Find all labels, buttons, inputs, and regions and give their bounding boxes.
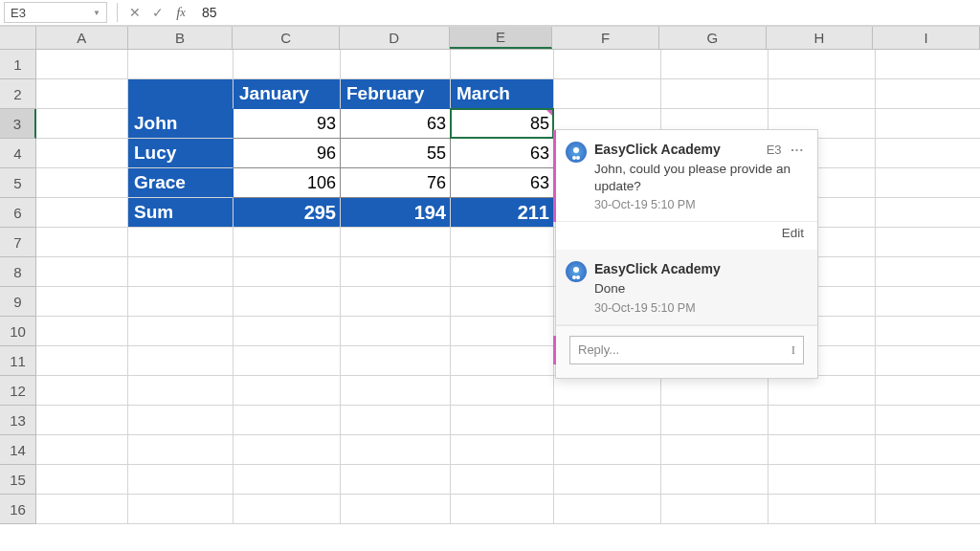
row-header-12[interactable]: 12 — [0, 376, 36, 406]
cell[interactable] — [876, 168, 980, 198]
cell[interactable] — [768, 406, 876, 435]
cell[interactable] — [234, 465, 341, 495]
cell[interactable] — [341, 287, 451, 317]
fx-icon[interactable]: fx — [169, 5, 192, 21]
cell[interactable] — [36, 50, 128, 79]
cell[interactable] — [341, 495, 451, 524]
cell[interactable] — [36, 465, 128, 495]
cell[interactable] — [554, 406, 661, 435]
cell[interactable] — [128, 287, 234, 317]
row-header-7[interactable]: 7 — [0, 228, 36, 257]
table-col-header[interactable]: January — [234, 79, 341, 109]
cell[interactable] — [234, 406, 341, 435]
row-header-3[interactable]: 3 — [0, 109, 36, 139]
cell[interactable] — [36, 406, 128, 435]
cell[interactable] — [768, 79, 876, 109]
cell[interactable] — [451, 495, 554, 524]
table-cell[interactable]: 106 — [234, 168, 341, 198]
cell[interactable] — [451, 435, 554, 465]
cell[interactable] — [876, 228, 980, 257]
column-header-G[interactable]: G — [659, 27, 767, 49]
table-corner[interactable] — [128, 79, 234, 109]
row-header-11[interactable]: 11 — [0, 346, 36, 376]
cell[interactable] — [876, 198, 980, 228]
cell[interactable] — [554, 376, 661, 406]
name-box[interactable]: E3 ▼ — [4, 2, 107, 23]
comment-indicator-icon[interactable] — [546, 109, 553, 117]
cell[interactable] — [341, 435, 451, 465]
cell[interactable] — [341, 228, 451, 257]
table-cell[interactable]: 85 — [451, 109, 554, 139]
cell[interactable] — [234, 317, 341, 346]
cell[interactable] — [36, 139, 128, 168]
column-header-D[interactable]: D — [340, 27, 450, 49]
row-header-16[interactable]: 16 — [0, 495, 36, 524]
cell[interactable] — [234, 346, 341, 376]
cell[interactable] — [876, 79, 980, 109]
cell[interactable] — [36, 495, 128, 524]
cell[interactable] — [234, 50, 341, 79]
cell[interactable] — [128, 406, 234, 435]
table-row-label[interactable]: Lucy — [128, 139, 234, 168]
cell[interactable] — [341, 406, 451, 435]
table-cell[interactable]: 76 — [341, 168, 451, 198]
table-cell[interactable]: 63 — [341, 109, 451, 139]
column-header-C[interactable]: C — [233, 27, 340, 49]
cell[interactable] — [36, 198, 128, 228]
cell[interactable] — [128, 376, 234, 406]
enter-icon[interactable]: ✓ — [146, 5, 169, 20]
row-header-5[interactable]: 5 — [0, 168, 36, 198]
cell[interactable] — [876, 495, 980, 524]
cell[interactable] — [234, 287, 341, 317]
cell[interactable] — [451, 346, 554, 376]
cell[interactable] — [451, 376, 554, 406]
row-header-4[interactable]: 4 — [0, 139, 36, 168]
reply-input[interactable]: Reply... I — [569, 336, 804, 364]
cell[interactable] — [768, 435, 876, 465]
cell[interactable] — [36, 346, 128, 376]
column-header-E[interactable]: E — [450, 27, 553, 49]
cell[interactable] — [128, 228, 234, 257]
cancel-icon[interactable]: ✕ — [123, 5, 146, 20]
cell[interactable] — [554, 435, 661, 465]
cell[interactable] — [36, 317, 128, 346]
cell[interactable] — [36, 79, 128, 109]
cell[interactable] — [554, 50, 661, 79]
cell[interactable] — [341, 376, 451, 406]
cell[interactable] — [451, 465, 554, 495]
cell[interactable] — [876, 287, 980, 317]
cell[interactable] — [451, 406, 554, 435]
cell[interactable] — [661, 50, 768, 79]
table-cell[interactable]: 96 — [234, 139, 341, 168]
cell[interactable] — [341, 50, 451, 79]
cell[interactable] — [128, 317, 234, 346]
cell[interactable] — [36, 168, 128, 198]
cell[interactable] — [876, 109, 980, 139]
cell[interactable] — [554, 79, 661, 109]
cell[interactable] — [341, 346, 451, 376]
cell[interactable] — [876, 435, 980, 465]
cell[interactable] — [876, 317, 980, 346]
table-sum-label[interactable]: Sum — [128, 198, 234, 228]
cell[interactable] — [451, 287, 554, 317]
table-cell[interactable]: 63 — [451, 168, 554, 198]
cell[interactable] — [554, 495, 661, 524]
cell[interactable] — [876, 406, 980, 435]
edit-button[interactable]: Edit — [556, 222, 817, 250]
cell[interactable] — [876, 257, 980, 287]
cell[interactable] — [234, 495, 341, 524]
column-header-I[interactable]: I — [873, 27, 980, 49]
row-header-9[interactable]: 9 — [0, 287, 36, 317]
select-all-corner[interactable] — [0, 27, 36, 49]
formula-input[interactable]: 85 — [192, 3, 980, 22]
cell[interactable] — [451, 50, 554, 79]
name-box-dropdown-icon[interactable]: ▼ — [93, 9, 100, 17]
cell[interactable] — [661, 435, 768, 465]
table-sum-cell[interactable]: 295 — [234, 198, 341, 228]
cell[interactable] — [234, 257, 341, 287]
row-header-14[interactable]: 14 — [0, 435, 36, 465]
cell[interactable] — [128, 50, 234, 79]
row-header-1[interactable]: 1 — [0, 50, 36, 79]
cell[interactable] — [234, 376, 341, 406]
cell[interactable] — [661, 495, 768, 524]
